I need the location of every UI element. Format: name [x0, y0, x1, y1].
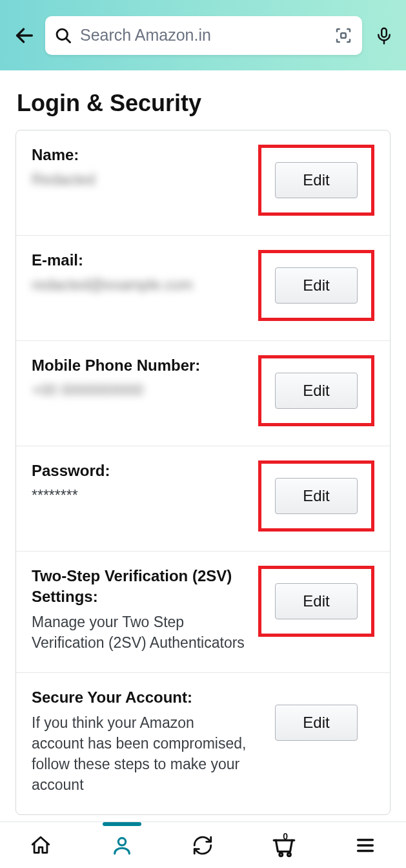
row-info: Two-Step Verification (2SV) Settings:Man… [32, 566, 248, 653]
row-info: Secure Your Account:If you think your Am… [32, 687, 248, 795]
svg-rect-3 [341, 33, 346, 38]
svg-point-6 [118, 838, 125, 845]
user-icon [111, 834, 133, 856]
search-icon [54, 26, 72, 45]
row-info: E-mail:redacted@example.com [32, 250, 248, 296]
edit-button-highlight: Edit [258, 460, 374, 532]
settings-row: Password:********Edit [16, 446, 390, 551]
row-value: Redacted [32, 169, 248, 190]
edit-button[interactable]: Edit [275, 705, 358, 741]
row-info: Name:Redacted [32, 145, 248, 191]
nav-home[interactable] [25, 830, 56, 861]
row-value: redacted@example.com [32, 274, 248, 295]
nav-buy-again[interactable] [187, 830, 218, 861]
app-header: Search Amazon.in [0, 0, 406, 70]
row-info: Password:******** [32, 460, 248, 506]
home-icon [30, 834, 52, 856]
row-value: Manage your Two Step Verification (2SV) … [32, 612, 248, 653]
refresh-icon [192, 834, 214, 856]
edit-button-highlight: Edit [258, 145, 374, 216]
back-button[interactable] [13, 24, 36, 47]
edit-button-highlight: Edit [258, 250, 374, 321]
scan-icon[interactable] [334, 26, 353, 45]
bottom-nav: 0 [0, 822, 406, 868]
edit-button[interactable]: Edit [275, 478, 358, 514]
search-bar[interactable]: Search Amazon.in [45, 16, 362, 55]
page-title: Login & Security [0, 70, 406, 130]
edit-button-highlight: Edit [258, 566, 374, 637]
edit-button[interactable]: Edit [275, 583, 358, 619]
svg-point-8 [288, 852, 291, 856]
svg-line-2 [66, 38, 70, 42]
edit-button-highlight: Edit [258, 687, 374, 758]
edit-button[interactable]: Edit [275, 267, 358, 304]
settings-row: Name:RedactedEdit [16, 130, 390, 235]
row-value: ******** [32, 485, 248, 506]
nav-cart[interactable]: 0 [269, 830, 299, 861]
settings-row: E-mail:redacted@example.comEdit [16, 235, 390, 340]
row-label: Mobile Phone Number: [32, 355, 248, 376]
row-value: If you think your Amazon account has bee… [32, 712, 248, 796]
arrow-left-icon [14, 25, 36, 46]
svg-rect-4 [381, 28, 387, 37]
settings-row: Secure Your Account:If you think your Am… [16, 672, 390, 814]
cart-count: 0 [283, 831, 288, 842]
svg-point-7 [279, 852, 283, 856]
settings-card: Name:RedactedEditE-mail:redacted@example… [15, 130, 391, 815]
edit-button-highlight: Edit [258, 355, 374, 426]
row-label: Two-Step Verification (2SV) Settings: [32, 566, 248, 608]
mic-icon [374, 26, 394, 45]
nav-menu[interactable] [350, 830, 381, 861]
row-label: Password: [32, 460, 248, 481]
row-label: E-mail: [32, 250, 248, 271]
row-value: +00 0000000000 [32, 380, 248, 400]
hamburger-icon [354, 834, 376, 856]
settings-row: Mobile Phone Number:+00 0000000000Edit [16, 340, 390, 446]
search-placeholder: Search Amazon.in [80, 26, 326, 45]
row-label: Name: [32, 145, 248, 165]
edit-button[interactable]: Edit [275, 162, 358, 198]
edit-button[interactable]: Edit [275, 373, 358, 409]
row-label: Secure Your Account: [32, 687, 248, 708]
nav-account[interactable] [107, 830, 137, 861]
row-info: Mobile Phone Number:+00 0000000000 [32, 355, 248, 401]
voice-search-button[interactable] [371, 26, 397, 45]
settings-row: Two-Step Verification (2SV) Settings:Man… [16, 551, 390, 672]
